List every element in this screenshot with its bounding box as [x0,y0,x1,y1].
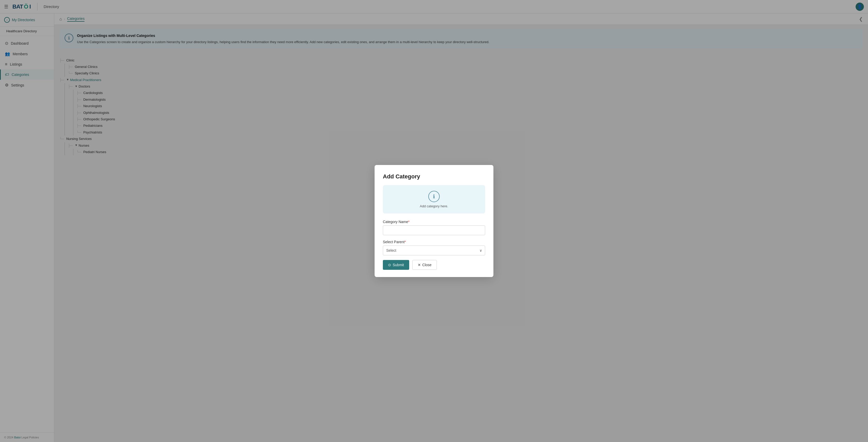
close-button[interactable]: ✕ Close [412,260,437,270]
modal-title: Add Category [383,173,485,180]
select-parent-label: Select Parent* [383,240,485,244]
category-name-input[interactable] [383,226,485,235]
select-parent-dropdown[interactable]: Select Clinic Medical Practitioners Nurs… [383,245,485,256]
select-parent-required: * [405,240,406,244]
modal-info-text: Add category here. [420,204,448,208]
modal-overlay: Add Category ℹ Add category here. Catego… [0,0,868,442]
form-group-select-parent: Select Parent* Select Clinic Medical Pra… [383,240,485,256]
submit-button[interactable]: ⊙ Submit [383,260,409,270]
submit-label: Submit [393,263,404,267]
category-name-required: * [408,220,409,224]
modal-info-icon: ℹ [428,191,440,202]
submit-icon: ⊙ [388,263,391,267]
modal-info-box: ℹ Add category here. [383,185,485,213]
select-parent-wrapper: Select Clinic Medical Practitioners Nurs… [383,245,485,256]
close-icon: ✕ [418,263,421,267]
form-group-category-name: Category Name* [383,220,485,235]
modal-actions: ⊙ Submit ✕ Close [383,260,485,270]
close-label: Close [423,263,432,267]
add-category-modal: Add Category ℹ Add category here. Catego… [375,165,493,277]
category-name-label: Category Name* [383,220,485,224]
